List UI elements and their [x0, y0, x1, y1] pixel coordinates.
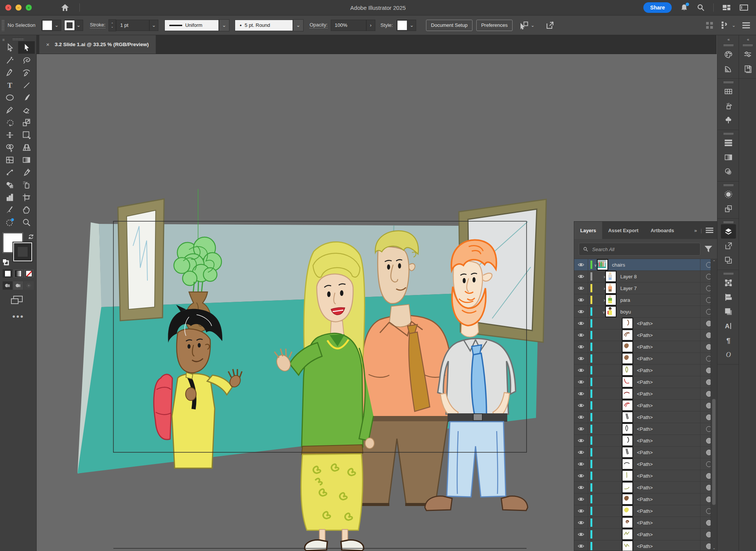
scrollbar-thumb[interactable] — [712, 399, 716, 505]
eyedropper-tool[interactable] — [18, 166, 35, 178]
lasso-tool[interactable] — [18, 54, 35, 66]
panel-overflow-icon[interactable]: » — [694, 228, 697, 233]
stroke-weight-stepper[interactable]: ⌃⌄ — [108, 19, 116, 31]
layer-thumbnail[interactable] — [622, 494, 633, 505]
panel-menu-icon[interactable] — [706, 227, 713, 233]
layer-thumbnail[interactable] — [622, 505, 633, 517]
layer-name[interactable]: <Path> — [637, 403, 700, 408]
slice-tool[interactable] — [2, 203, 18, 216]
stroke-weight-chevron-icon[interactable]: ⌄ — [149, 20, 158, 31]
layer-row-path[interactable]: <Path> — [574, 411, 717, 423]
layer-thumbnail[interactable] — [622, 341, 633, 352]
layer-thumbnail[interactable] — [622, 447, 633, 458]
layer-thumbnail[interactable] — [622, 423, 633, 435]
layer-thumbnail[interactable] — [622, 517, 633, 528]
style-chevron-icon[interactable]: ⌄ — [407, 20, 416, 31]
tab-layers[interactable]: Layers — [574, 222, 602, 239]
magic-wand-tool[interactable] — [2, 54, 18, 66]
layer-row-path[interactable]: <Path> — [574, 505, 717, 517]
shape-builder-tool[interactable] — [2, 141, 18, 154]
artboards-panel-icon[interactable] — [721, 253, 736, 267]
transform-panel-icon[interactable] — [721, 276, 736, 290]
document-setup-button[interactable]: Document Setup — [426, 20, 472, 31]
gradient-panel-icon[interactable] — [721, 150, 736, 165]
rotate-view-tool[interactable] — [2, 216, 18, 228]
controlbar-menu-icon[interactable] — [742, 22, 751, 29]
screen-mode-icon[interactable] — [11, 295, 26, 305]
visibility-eye-icon[interactable] — [574, 259, 588, 270]
stroke-label[interactable]: Stroke: — [90, 22, 105, 28]
layer-row-chairs[interactable]: ∨chairs — [574, 259, 717, 271]
layer-row-path[interactable]: <Path> — [574, 376, 717, 388]
libraries-panel-icon[interactable] — [740, 62, 755, 76]
layer-thumbnail[interactable] — [622, 376, 633, 388]
mesh-tool[interactable] — [2, 154, 18, 166]
layer-name[interactable]: <Path> — [637, 485, 700, 490]
direct-selection-tool[interactable] — [2, 41, 18, 54]
paintbrush-tool[interactable] — [18, 91, 35, 104]
visibility-eye-icon[interactable] — [574, 423, 588, 435]
layer-row-path[interactable]: <Path> — [574, 353, 717, 365]
visibility-eye-icon[interactable] — [574, 447, 588, 458]
disclosure-chevron-icon[interactable]: ∨ — [603, 310, 605, 314]
rotate-tool[interactable] — [2, 116, 18, 129]
pathfinder-panel-icon[interactable] — [721, 304, 736, 319]
layer-thumbnail[interactable] — [622, 318, 633, 329]
opentype-panel-icon[interactable]: O — [721, 348, 736, 362]
layer-thumbnail[interactable] — [622, 435, 633, 446]
visibility-eye-icon[interactable] — [574, 400, 588, 411]
controlbar-grip[interactable] — [2, 20, 5, 31]
layer-name[interactable]: <Path> — [637, 450, 700, 455]
selection-tool[interactable] — [18, 41, 35, 54]
draw-behind-button[interactable] — [13, 281, 23, 290]
export-share-icon[interactable] — [545, 20, 555, 30]
layer-row-path[interactable]: <Path> — [574, 329, 717, 341]
snap-chevron-icon[interactable]: ⌄ — [732, 23, 736, 28]
free-transform-tool[interactable] — [18, 129, 35, 141]
none-button[interactable] — [24, 269, 34, 278]
appearance-panel-icon[interactable] — [721, 187, 736, 202]
align-panel-icon[interactable] — [721, 290, 736, 304]
collapse-panels-icon[interactable]: « — [717, 35, 739, 42]
layer-thumbnail[interactable] — [605, 282, 617, 294]
preferences-button[interactable]: Preferences — [476, 20, 513, 31]
minimize-window-button[interactable]: − — [15, 5, 22, 11]
blend-tool[interactable] — [2, 178, 18, 191]
layers-search-box[interactable] — [579, 243, 700, 256]
dock-grip[interactable] — [723, 221, 733, 223]
stroke-indicator[interactable] — [14, 243, 32, 261]
document-tab[interactable]: × 3.2 Slide 1.ai @ 33.25 % (RGB/Preview) — [39, 35, 156, 54]
scroll-up-icon[interactable]: ⌃ — [711, 260, 717, 264]
character-panel-icon[interactable]: A — [721, 319, 736, 333]
transparency-panel-icon[interactable] — [721, 165, 736, 179]
layer-row-layer-7[interactable]: ›Layer 7 — [574, 282, 717, 294]
color-button[interactable] — [3, 269, 12, 278]
layer-row-boyu[interactable]: ∨boyu — [574, 306, 717, 318]
visibility-eye-icon[interactable] — [574, 271, 588, 282]
visibility-eye-icon[interactable] — [574, 470, 588, 481]
layer-name[interactable]: <Path> — [637, 368, 700, 373]
stroke-profile-chevron-icon[interactable]: ⌄ — [219, 19, 229, 31]
column-graph-tool[interactable] — [2, 191, 18, 203]
layer-name[interactable]: <Path> — [637, 414, 700, 420]
visibility-eye-icon[interactable] — [574, 329, 588, 341]
stroke-swatch[interactable] — [65, 20, 74, 30]
layer-name[interactable]: <Path> — [637, 426, 700, 432]
visibility-eye-icon[interactable] — [574, 365, 588, 376]
layer-name[interactable]: chairs — [612, 262, 700, 268]
visibility-eye-icon[interactable] — [574, 494, 588, 505]
dock-grip[interactable] — [723, 133, 733, 135]
search-icon[interactable] — [697, 3, 705, 12]
layer-name[interactable]: <Path> — [637, 379, 700, 385]
layer-row-path[interactable]: <Path> — [574, 365, 717, 376]
layer-name[interactable]: <Path> — [637, 508, 700, 514]
dock-grip[interactable] — [743, 44, 753, 46]
edit-toolbar-icon[interactable]: ●●● — [0, 313, 36, 319]
close-tab-icon[interactable]: × — [46, 41, 50, 48]
layers-search-input[interactable] — [592, 246, 696, 253]
layer-row-layer-8[interactable]: ›Layer 8 — [574, 271, 717, 282]
layer-thumbnail[interactable] — [622, 540, 633, 551]
share-button[interactable]: Share — [643, 2, 672, 13]
layer-row-path[interactable]: <Path> — [574, 388, 717, 400]
layer-name[interactable]: <Path> — [637, 473, 700, 479]
